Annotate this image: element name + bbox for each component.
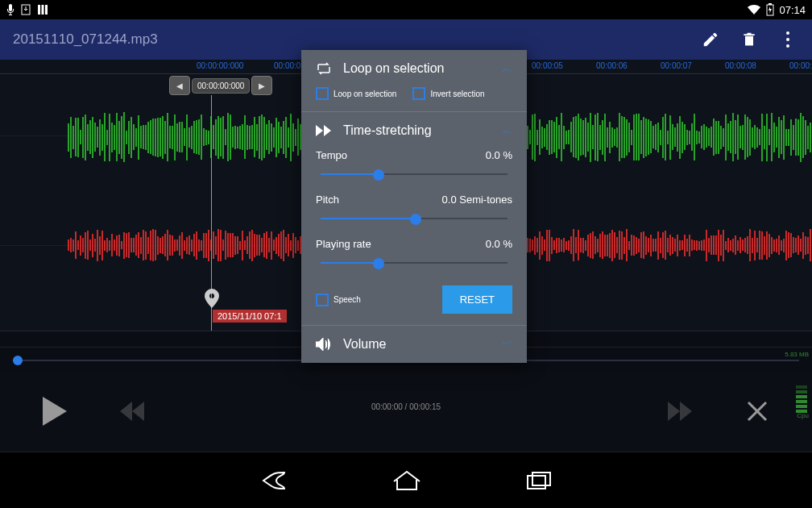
loop-section-header[interactable]: Loop on selection ︿ <box>316 61 512 76</box>
loop-on-selection-checkbox[interactable]: Loop on selection <box>316 87 396 100</box>
battery-charging-icon <box>766 3 774 16</box>
tempo-label: Tempo <box>316 149 347 161</box>
playhead-nudge-left-button[interactable]: ◀ <box>169 76 190 95</box>
rewind-button[interactable] <box>118 397 147 426</box>
loop-opt2-label: Invert selection <box>430 90 484 98</box>
volume-title: Volume <box>343 337 386 352</box>
status-time: 07:14 <box>779 4 806 16</box>
ruler-label: 00:00:00:000 <box>197 61 243 70</box>
svg-point-6 <box>786 31 789 35</box>
ruler-label: 00:00:05 <box>532 61 563 70</box>
rate-value: 0.0 % <box>486 238 512 250</box>
wifi-icon <box>747 4 761 15</box>
overflow-menu-button[interactable] <box>777 28 799 51</box>
reset-button[interactable]: RESET <box>442 285 512 314</box>
svg-point-7 <box>786 38 789 41</box>
time-display: 00:00:00 / 00:00:15 <box>0 402 812 411</box>
controls-bar <box>0 371 812 452</box>
file-size: 5.83 MB <box>785 351 809 358</box>
speech-checkbox[interactable]: Speech <box>316 294 361 306</box>
invert-selection-checkbox[interactable]: Invert selection <box>412 87 484 100</box>
cpu-label: Cpu <box>797 412 809 419</box>
marker-pin-icon[interactable] <box>205 289 219 308</box>
loop-title: Loop on selection <box>343 61 444 76</box>
ruler-label: 00:00:07 <box>661 61 692 70</box>
playhead-timecode: 00:00:00:000 <box>192 78 250 94</box>
rate-label: Playing rate <box>316 238 371 250</box>
mic-icon <box>6 4 14 15</box>
fast-forward-button[interactable] <box>665 397 694 426</box>
delete-button[interactable] <box>738 28 760 51</box>
time-stretching-header[interactable]: Time-stretching ︿ <box>316 123 512 138</box>
time-stretching-title: Time-stretching <box>343 123 432 138</box>
settings-overlay: Loop on selection ︿ Loop on selection In… <box>301 50 527 363</box>
marker-timestamp: 2015/11/10 07:1 <box>213 310 287 323</box>
fast-forward-icon <box>316 125 332 136</box>
app-title: 20151110_071244.mp3 <box>13 31 158 48</box>
svg-rect-2 <box>42 5 44 15</box>
svg-rect-1 <box>38 5 40 15</box>
playhead-handle[interactable]: ◀ 00:00:00:000 ▶ <box>169 76 272 95</box>
app-actions <box>699 28 799 51</box>
ruler-label: 00:00:06 <box>596 61 628 70</box>
speech-label: Speech <box>334 295 361 304</box>
svg-point-8 <box>786 44 789 48</box>
svg-rect-3 <box>45 5 48 15</box>
nav-back-button[interactable] <box>260 469 288 492</box>
bars-icon <box>37 4 48 15</box>
status-left <box>6 4 48 15</box>
loop-section: Loop on selection ︿ Loop on selection In… <box>301 50 527 112</box>
download-icon <box>21 4 31 15</box>
cpu-meter <box>796 377 807 413</box>
pitch-slider[interactable] <box>321 210 508 227</box>
rate-slider[interactable] <box>321 255 508 271</box>
svg-rect-9 <box>528 476 545 489</box>
chevron-up-icon: ︿ <box>502 123 512 138</box>
seek-thumb[interactable] <box>13 356 23 365</box>
nav-recent-button[interactable] <box>526 471 552 490</box>
svg-rect-5 <box>768 3 772 5</box>
status-bar: 07:14 <box>0 0 812 19</box>
loop-opt1-label: Loop on selection <box>334 90 396 98</box>
chevron-down-icon: ﹀ <box>502 337 512 352</box>
close-button[interactable] <box>743 397 772 426</box>
chevron-up-icon: ︿ <box>502 61 512 76</box>
tempo-slider[interactable] <box>321 166 508 182</box>
nav-bar <box>0 452 812 508</box>
volume-section: Volume ﹀ <box>301 326 527 363</box>
svg-rect-10 <box>532 473 550 485</box>
tempo-value: 0.0 % <box>486 149 512 161</box>
volume-icon <box>316 338 332 351</box>
status-right: 07:14 <box>747 3 806 16</box>
volume-section-header[interactable]: Volume ﹀ <box>316 337 512 352</box>
time-stretching-section: Time-stretching ︿ Tempo0.0 % Pitch0.0 Se… <box>301 112 527 326</box>
loop-icon <box>316 62 332 75</box>
play-button[interactable] <box>40 397 69 426</box>
edit-button[interactable] <box>699 28 722 51</box>
ruler-label: 00:00:09 <box>789 61 812 70</box>
playhead-nudge-right-button[interactable]: ▶ <box>251 76 272 95</box>
nav-home-button[interactable] <box>392 470 421 491</box>
pitch-label: Pitch <box>316 194 339 206</box>
pitch-value: 0.0 Semi-tones <box>442 194 512 206</box>
ruler-label: 00:00:08 <box>725 61 756 70</box>
